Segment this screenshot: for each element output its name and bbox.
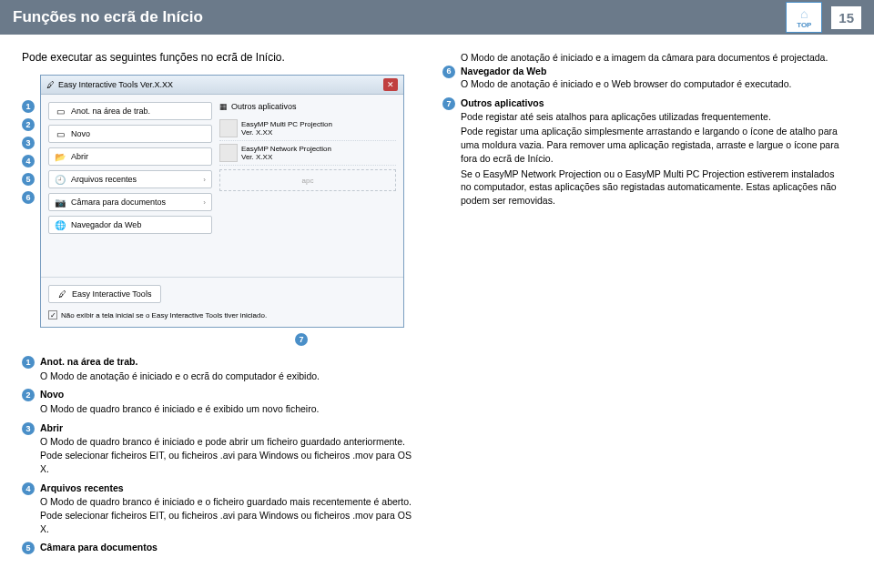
globe-icon: 🌐: [55, 219, 66, 230]
bullet-7: 7: [295, 333, 308, 346]
app-row-2[interactable]: EasyMP Network ProjectionVer. X.XX: [219, 141, 396, 166]
desc-6: 6 Navegador da Web O Modo de anotação é …: [442, 65, 843, 93]
checkbox-row: ✓ Não exibir a tela inicial se o Easy In…: [48, 310, 396, 319]
new-icon: ▭: [55, 128, 66, 139]
apps-icon: ▦: [219, 102, 228, 111]
checkbox-label: Não exibir a tela inicial se o Easy Inte…: [61, 311, 267, 319]
app-icon: 🖊: [46, 80, 55, 89]
bullet-3: 3: [22, 137, 35, 149]
menu-web-browser[interactable]: 🌐Navegador da Web: [48, 216, 212, 234]
menu-open[interactable]: 📂Abrir: [48, 147, 212, 166]
desc-5: 5 Câmara para documentos: [22, 541, 422, 554]
chevron-right-icon: ›: [203, 198, 206, 207]
bullet-1: 1: [22, 356, 35, 369]
top-logo: ⌂ TOP: [786, 2, 822, 33]
page-title: Funções no ecrã de Início: [13, 8, 203, 26]
app-window: 🖊 Easy Interactive Tools Ver.X.XX ✕ ▭Ano…: [40, 75, 404, 328]
desc-1: 1 Anot. na área de trab.O Modo de anotaç…: [22, 355, 422, 382]
app-icon: [219, 144, 238, 162]
content: Pode executar as seguintes funções no ec…: [0, 35, 874, 560]
apps-header: ▦ Outros aplicativos: [219, 102, 396, 111]
bullet-3: 3: [22, 422, 35, 435]
desc-3: 3 AbrirO Modo de quadro branco é iniciad…: [22, 421, 422, 476]
logo-text: TOP: [797, 21, 811, 29]
bullet-4: 4: [22, 482, 35, 495]
home-icon: ⌂: [800, 6, 808, 21]
header-right: ⌂ TOP 15: [786, 2, 861, 33]
desc-4: 4 Arquivos recentesO Modo de quadro bran…: [22, 482, 422, 536]
apps-column: ▦ Outros aplicativos EasyMP Multi PC Pro…: [219, 102, 396, 269]
desc-7: 7 Outros aplicativos Pode registar até s…: [442, 96, 843, 209]
page-header: Funções no ecrã de Início ⌂ TOP 15: [0, 0, 874, 35]
menu-column: ▭Anot. na área de trab. ▭Novo 📂Abrir 🕘Ar…: [48, 102, 212, 269]
clock-icon: 🕘: [55, 174, 66, 185]
camera-icon: 📷: [55, 197, 66, 208]
window-footer: 🖊 Easy Interactive Tools ✓ Não exibir a …: [41, 277, 403, 327]
bullet-2: 2: [22, 389, 35, 401]
app-row-1[interactable]: EasyMP Multi PC ProjectionVer. X.XX: [219, 117, 396, 141]
screenshot-area: 1 2 3 4 5 6 🖊 Easy Interactive Tools Ver…: [22, 75, 422, 346]
bullet-5: 5: [22, 542, 35, 554]
menu-recent[interactable]: 🕘Arquivos recentes›: [48, 170, 212, 188]
checkbox[interactable]: ✓: [48, 310, 57, 319]
menu-doc-camera[interactable]: 📷Câmara para documentos›: [48, 193, 212, 211]
bullet-7: 7: [442, 97, 455, 110]
right-line1: O Modo de anotação é iniciado e a imagem…: [461, 51, 843, 65]
menu-new[interactable]: ▭Novo: [48, 125, 212, 143]
bullet-6: 6: [442, 66, 455, 78]
desc-2: 2 NovoO Modo de quadro branco é iniciado…: [22, 388, 422, 415]
window-titlebar: 🖊 Easy Interactive Tools Ver.X.XX ✕: [41, 76, 403, 95]
menu-bullets: 1 2 3 4 5 6: [22, 75, 35, 204]
window-wrap: 🖊 Easy Interactive Tools Ver.X.XX ✕ ▭Ano…: [40, 75, 404, 346]
marker-7-wrap: 7: [295, 333, 404, 346]
bullet-6: 6: [22, 191, 35, 204]
right-column: O Modo de anotação é iniciado e a imagem…: [442, 51, 843, 560]
bullet-1: 1: [22, 100, 35, 113]
left-descriptions: 1 Anot. na área de trab.O Modo de anotaç…: [22, 355, 422, 554]
menu-annotate-desktop[interactable]: ▭Anot. na área de trab.: [48, 102, 212, 120]
window-body: ▭Anot. na área de trab. ▭Novo 📂Abrir 🕘Ar…: [41, 95, 403, 277]
folder-icon: 📂: [55, 151, 66, 162]
pen-icon: 🖊: [58, 289, 66, 299]
app-icon: [219, 119, 238, 137]
bullet-4: 4: [22, 155, 35, 167]
eit-button[interactable]: 🖊 Easy Interactive Tools: [48, 285, 161, 303]
bullet-5: 5: [22, 173, 35, 186]
page-number: 15: [831, 6, 861, 29]
window-title: Easy Interactive Tools Ver.X.XX: [58, 80, 173, 89]
app-drop-slot[interactable]: apc: [219, 169, 396, 191]
chevron-right-icon: ›: [203, 176, 206, 184]
desktop-icon: ▭: [55, 106, 66, 117]
intro-text: Pode executar as seguintes funções no ec…: [22, 51, 422, 64]
left-column: Pode executar as seguintes funções no ec…: [22, 51, 422, 560]
close-icon[interactable]: ✕: [383, 78, 398, 91]
bullet-2: 2: [22, 118, 35, 131]
